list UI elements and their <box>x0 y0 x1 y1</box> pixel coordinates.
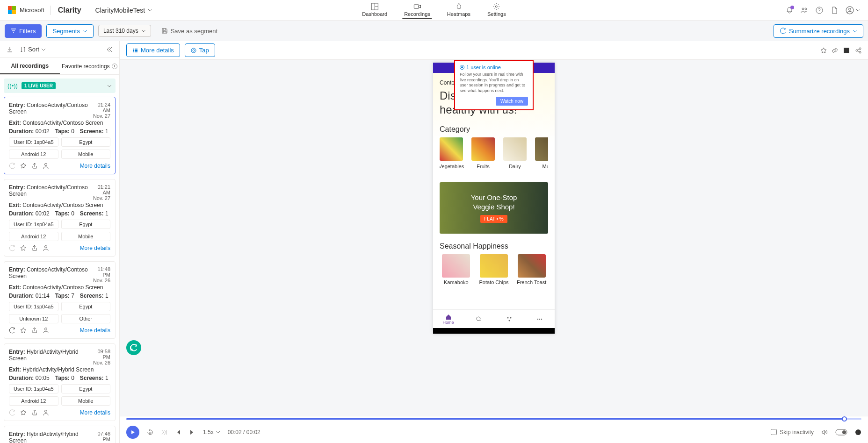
product-image <box>442 254 470 278</box>
chevron-down-icon <box>107 84 112 88</box>
live-user-row[interactable]: ((•)) 1 LIVE USER <box>4 79 116 93</box>
replay-icon[interactable] <box>9 327 15 334</box>
star-icon[interactable] <box>20 245 27 251</box>
nav-search[interactable] <box>463 310 494 328</box>
recording-card[interactable]: Entry: HybridActivity/Hybrid Screen07:46… <box>4 426 116 443</box>
replay-icon[interactable] <box>9 245 15 251</box>
tab-all-recordings[interactable]: All recordings <box>0 58 60 74</box>
filters-button[interactable]: Filters <box>5 24 42 38</box>
user-icon[interactable] <box>43 327 49 334</box>
product-item[interactable]: Potato Chips <box>477 254 511 285</box>
skip-inactivity-checkbox[interactable] <box>771 429 777 435</box>
collapse-sidebar-button[interactable] <box>106 46 113 53</box>
user-icon[interactable] <box>43 409 49 416</box>
favorite-button[interactable] <box>820 47 827 54</box>
more-details-button[interactable]: More details <box>126 43 180 57</box>
nav-more[interactable] <box>524 310 555 328</box>
recording-card[interactable]: Entry: HybridActivity/Hybrid Screen09:58… <box>4 343 116 421</box>
sort-button[interactable]: Sort <box>20 46 46 53</box>
recording-chip: Android 12 <box>9 396 58 406</box>
replay-icon[interactable] <box>9 409 15 416</box>
download-button[interactable] <box>7 46 13 53</box>
home-icon <box>445 314 452 320</box>
share-button[interactable] <box>855 47 861 54</box>
chevron-down-icon <box>216 430 220 435</box>
summarize-button[interactable]: Summarize recordings <box>774 24 863 38</box>
volume-button[interactable] <box>821 429 828 436</box>
nav-categories[interactable] <box>494 310 524 328</box>
tab-dashboard[interactable]: Dashboard <box>360 2 389 18</box>
more-details-link[interactable]: More details <box>80 409 110 416</box>
screenshot-button[interactable] <box>843 47 850 54</box>
user-icon[interactable] <box>43 163 49 169</box>
replay-icon[interactable] <box>9 163 15 169</box>
tab-favorite-recordings[interactable]: Favorite recordingsi <box>60 58 120 74</box>
share-icon[interactable] <box>31 327 38 334</box>
more-details-link[interactable]: More details <box>80 163 110 169</box>
product-item[interactable]: Kamaboko <box>440 254 473 285</box>
live-user-callout: 1 user is online Follow your users in re… <box>454 60 534 110</box>
svg-text:10: 10 <box>149 431 152 434</box>
star-icon[interactable] <box>20 409 27 416</box>
star-icon[interactable] <box>20 163 27 169</box>
play-button[interactable] <box>126 426 139 439</box>
save-segment-button[interactable]: Save as segment <box>156 25 223 37</box>
skip-inactivity-toggle[interactable]: Skip inactivity <box>771 429 814 436</box>
category-item[interactable]: Fruits <box>471 137 495 169</box>
more-details-link[interactable]: More details <box>80 327 110 334</box>
help-button[interactable] <box>816 7 823 14</box>
rewind-10-button[interactable]: 10 <box>147 429 153 436</box>
download-icon <box>7 46 13 53</box>
link-button[interactable] <box>832 47 838 54</box>
team-button[interactable] <box>801 7 808 14</box>
svg-point-21 <box>193 50 195 51</box>
track-thumb[interactable] <box>842 416 847 422</box>
watch-now-button[interactable]: Watch now <box>496 97 528 106</box>
info-button[interactable]: i <box>855 429 861 436</box>
share-icon[interactable] <box>31 245 38 251</box>
product-item[interactable]: French Toast <box>515 254 548 285</box>
info-icon: i <box>855 429 861 436</box>
recording-card[interactable]: Entry: ContosoActivity/Contoso Screen01:… <box>4 97 116 174</box>
skip-button[interactable] <box>161 429 167 436</box>
svg-rect-20 <box>135 51 137 52</box>
more-details-link[interactable]: More details <box>80 245 110 251</box>
recording-chip: User ID: 1sp04a5 <box>9 220 58 229</box>
chevron-down-icon <box>148 8 152 13</box>
share-icon[interactable] <box>31 409 38 416</box>
prev-button[interactable] <box>175 429 181 436</box>
next-button[interactable] <box>189 429 195 436</box>
speed-selector[interactable]: 1.5x <box>203 429 220 436</box>
svg-point-28 <box>507 317 508 318</box>
category-item[interactable]: Dairy <box>503 137 527 169</box>
tab-settings[interactable]: Settings <box>485 2 508 18</box>
promo-banner[interactable]: Your One-StopVeggie Shop! FLAT • % <box>440 182 548 234</box>
notifications-button[interactable] <box>786 7 793 14</box>
account-button[interactable] <box>846 6 861 14</box>
svg-point-5 <box>802 8 804 10</box>
user-icon[interactable] <box>43 245 49 251</box>
document-button[interactable] <box>831 7 838 14</box>
category-item[interactable]: Vegetables <box>440 137 463 169</box>
phone-bottom-nav: Home <box>433 309 555 328</box>
player-track[interactable] <box>120 416 868 421</box>
tab-heatmaps[interactable]: Heatmaps <box>445 2 472 18</box>
document-icon <box>831 7 838 14</box>
seasonal-heading: Seasonal Happiness <box>433 242 555 250</box>
star-icon <box>820 47 827 54</box>
share-icon[interactable] <box>31 163 38 169</box>
toggle-switch[interactable] <box>835 429 847 436</box>
segments-button[interactable]: Segments <box>46 24 94 38</box>
tab-recordings[interactable]: Recordings <box>402 2 432 19</box>
star-icon[interactable] <box>20 327 27 334</box>
svg-point-22 <box>191 48 196 53</box>
tap-button[interactable]: Tap <box>185 43 215 57</box>
fruits-image <box>471 137 495 161</box>
project-selector[interactable]: ClarityMobileTest <box>95 7 153 14</box>
date-range-chip[interactable]: Last 310 days <box>98 25 151 37</box>
recording-card[interactable]: Entry: ContosoActivity/Contoso Screen11:… <box>4 261 116 339</box>
svg-point-31 <box>537 318 538 319</box>
category-item[interactable]: Mur <box>535 137 548 169</box>
recording-card[interactable]: Entry: ContosoActivity/Contoso Screen01:… <box>4 179 116 257</box>
nav-home[interactable]: Home <box>433 310 463 328</box>
